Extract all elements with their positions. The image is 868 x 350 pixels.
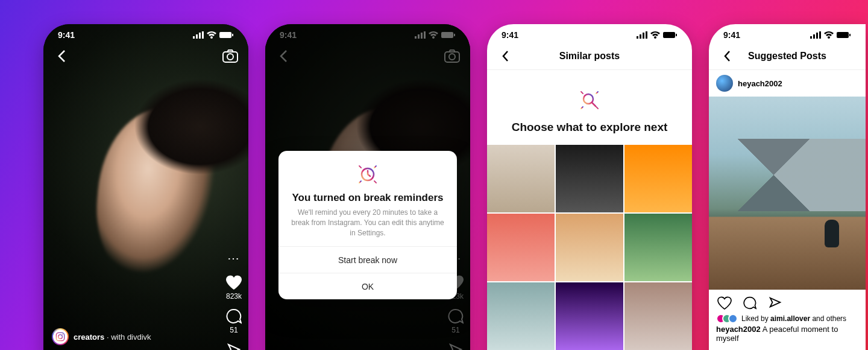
comment-icon [226, 308, 242, 324]
avatar[interactable] [716, 75, 733, 92]
phone-reel: 9:41 ⋯ 82 [43, 24, 248, 350]
battery-icon [663, 31, 678, 39]
wifi-icon [429, 31, 438, 39]
svg-rect-45 [813, 34, 815, 39]
more-button[interactable]: ⋯ [225, 250, 242, 267]
like-button[interactable] [225, 274, 242, 291]
svg-rect-29 [640, 34, 641, 39]
wifi-icon [207, 31, 216, 39]
svg-line-24 [359, 166, 361, 168]
svg-rect-3 [202, 31, 204, 39]
send-icon [769, 296, 782, 310]
share-button [447, 342, 464, 350]
likes-prefix: Liked by [741, 314, 770, 323]
svg-rect-13 [421, 33, 423, 39]
caption-user[interactable]: heyach2002 [716, 325, 761, 334]
clock-icon [355, 162, 380, 187]
svg-line-43 [581, 107, 583, 109]
svg-rect-8 [56, 332, 64, 340]
back-button[interactable] [719, 48, 735, 65]
like-count: 823k [226, 292, 242, 301]
svg-rect-44 [810, 36, 812, 39]
explore-thumb[interactable] [487, 282, 555, 350]
break-reminder-modal: You turned on break reminders We'll remi… [278, 151, 457, 299]
explore-thumb[interactable] [487, 145, 555, 212]
back-button[interactable] [497, 48, 514, 65]
svg-rect-49 [849, 34, 851, 36]
send-icon [227, 343, 241, 350]
svg-rect-46 [816, 33, 818, 39]
status-bar: 9:41 [487, 24, 692, 42]
comment-button [447, 308, 464, 325]
author-avatar[interactable] [52, 328, 69, 345]
modal-action-start[interactable]: Start break now [278, 246, 457, 273]
explore-thumb[interactable] [556, 282, 623, 350]
likes-row[interactable]: Liked by aimi.allover and others [709, 314, 866, 323]
svg-rect-15 [441, 32, 453, 38]
send-icon [448, 343, 463, 350]
status-time: 9:41 [502, 30, 518, 40]
post-image[interactable] [709, 97, 866, 290]
camera-icon [444, 49, 460, 63]
svg-line-40 [581, 92, 583, 94]
post-username[interactable]: heyach2002 [738, 79, 782, 88]
svg-line-41 [596, 107, 598, 109]
svg-rect-14 [424, 31, 426, 39]
chevron-left-icon [279, 49, 288, 63]
showcase-stage: 9:41 ⋯ 82 [0, 0, 868, 350]
comment-button[interactable] [225, 308, 242, 325]
signal-icon [193, 31, 204, 39]
svg-rect-31 [646, 31, 647, 39]
similar-appbar: Similar posts [487, 42, 692, 70]
comment-button[interactable] [741, 294, 758, 311]
reel-appbar [43, 42, 248, 70]
svg-rect-12 [418, 34, 420, 39]
chevron-left-icon [723, 50, 731, 62]
phone-suggested-posts: 9:41 Suggested Posts heyach2002 [709, 24, 866, 350]
heart-icon [717, 296, 732, 310]
svg-rect-33 [676, 34, 677, 36]
explore-header: Choose what to explore next [487, 70, 692, 145]
post-author-row[interactable]: heyach2002 [709, 70, 866, 97]
svg-rect-30 [643, 33, 644, 39]
signal-icon [637, 31, 647, 39]
share-button[interactable] [225, 342, 242, 350]
chevron-left-icon [57, 49, 66, 63]
share-button[interactable] [767, 294, 784, 311]
svg-rect-0 [193, 36, 195, 39]
likes-liker[interactable]: aimi.allover [770, 314, 810, 323]
svg-rect-48 [837, 32, 849, 38]
svg-rect-32 [663, 32, 675, 38]
explore-thumb[interactable] [487, 214, 555, 281]
like-button[interactable] [716, 294, 733, 311]
explore-thumb[interactable] [624, 214, 692, 281]
explore-thumb[interactable] [556, 145, 623, 212]
battery-icon [441, 31, 456, 39]
modal-title: You turned on break reminders [289, 192, 446, 204]
svg-point-18 [449, 54, 455, 60]
camera-button[interactable] [222, 48, 239, 65]
status-time: 9:41 [280, 30, 297, 40]
svg-rect-16 [454, 34, 455, 36]
suggested-appbar: Suggested Posts [709, 42, 866, 70]
explore-thumb[interactable] [624, 282, 692, 350]
nav-title: Similar posts [514, 51, 665, 62]
reel-appbar [265, 42, 470, 70]
status-time: 9:41 [58, 30, 75, 40]
status-icons [637, 31, 678, 39]
phone-break-modal: 9:41 ⋯ 823k [265, 24, 470, 350]
reel-action-rail: ⋯ 823k 51 [225, 250, 242, 350]
svg-line-25 [374, 181, 376, 183]
svg-point-7 [227, 54, 233, 60]
phone-similar-posts: 9:41 Similar posts [487, 24, 692, 350]
modal-action-ok[interactable]: OK [278, 273, 457, 299]
explore-thumb[interactable] [556, 214, 623, 281]
post-caption: heyach2002 A peaceful moment to myself [709, 323, 866, 343]
explore-grid [487, 145, 692, 350]
author-name[interactable]: creators [74, 332, 104, 342]
comment-icon [448, 308, 464, 324]
svg-line-26 [374, 166, 376, 168]
back-button[interactable] [53, 48, 70, 65]
explore-thumb[interactable] [624, 145, 692, 212]
signal-icon [810, 31, 821, 39]
